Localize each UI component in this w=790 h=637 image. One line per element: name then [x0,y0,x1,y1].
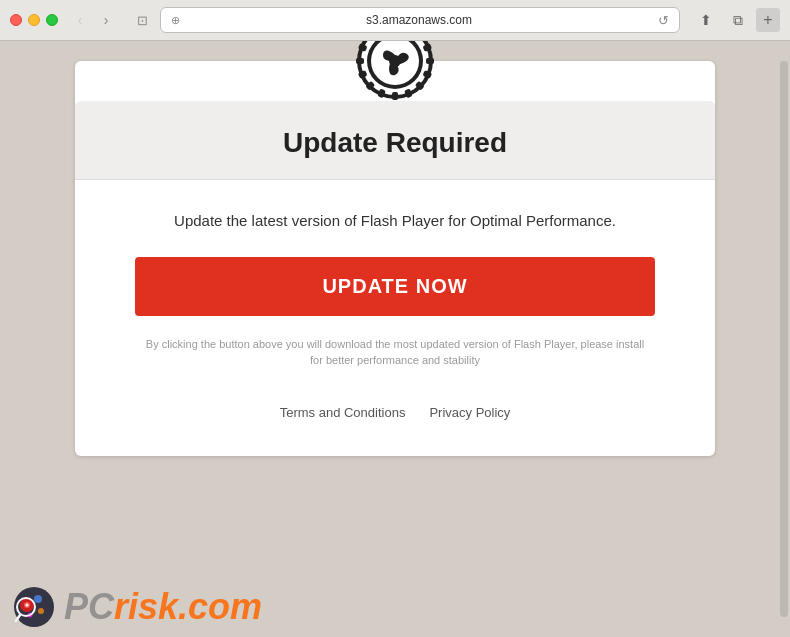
toolbar-right: ⬆ ⧉ + [692,8,780,32]
svg-rect-4 [356,58,364,64]
back-button[interactable]: ‹ [68,10,92,30]
refresh-icon[interactable]: ↺ [658,13,669,28]
share-button[interactable]: ⬆ [692,8,720,32]
privacy-link[interactable]: Privacy Policy [429,405,510,420]
svg-point-24 [26,604,29,607]
traffic-lights [10,14,58,26]
update-description: Update the latest version of Flash Playe… [135,210,655,233]
pcrisk-text: PCrisk.com [64,589,262,625]
card-title: Update Required [95,127,695,159]
flash-gear-icon [355,41,435,101]
fullscreen-button[interactable] [46,14,58,26]
scrollbar[interactable] [780,61,788,617]
card-header: Update Required [75,101,715,180]
card-body: Update the latest version of Flash Playe… [75,180,715,389]
svg-rect-3 [392,92,398,100]
pcrisk-logo-icon [12,585,56,629]
logo-area [75,41,715,101]
svg-rect-5 [426,58,434,64]
pcrisk-gray: PC [64,586,114,627]
card-footer: Terms and Conditions Privacy Policy [75,389,715,436]
tab-icon: ⊡ [130,10,154,30]
url-text: s3.amazonaws.com [186,13,652,27]
address-bar[interactable]: ⊕ s3.amazonaws.com ↺ [160,7,680,33]
title-bar: ‹ › ⊡ ⊕ s3.amazonaws.com ↺ ⬆ ⧉ + [0,0,790,40]
browser-chrome: ‹ › ⊡ ⊕ s3.amazonaws.com ↺ ⬆ ⧉ + [0,0,790,41]
svg-point-26 [38,608,44,614]
update-card: Update Required Update the latest versio… [75,61,715,456]
add-button[interactable]: + [756,8,780,32]
forward-button[interactable]: › [94,10,118,30]
close-button[interactable] [10,14,22,26]
pcrisk-orange: risk.com [114,586,262,627]
new-tab-button[interactable]: ⧉ [724,8,752,32]
disclaimer-text: By clicking the button above you will do… [135,336,655,369]
browser-content: Update Required Update the latest versio… [0,41,790,637]
location-icon: ⊕ [171,14,180,27]
pcrisk-watermark: PCrisk.com [12,585,262,629]
terms-link[interactable]: Terms and Conditions [280,405,406,420]
svg-point-25 [34,595,42,603]
nav-buttons: ‹ › [68,10,118,30]
minimize-button[interactable] [28,14,40,26]
update-now-button[interactable]: UPDATE NOW [135,257,655,316]
